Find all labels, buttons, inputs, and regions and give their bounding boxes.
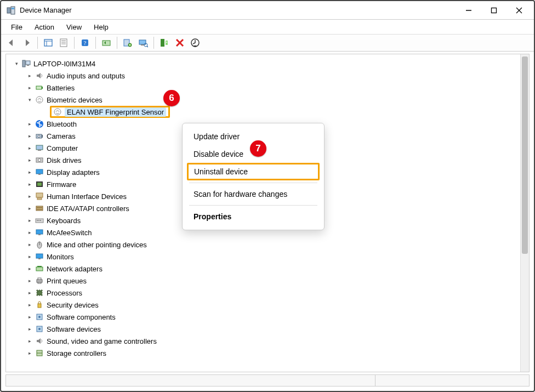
expand-icon[interactable]: ▸ (26, 253, 33, 260)
svg-rect-43 (38, 174, 41, 175)
bluetooth-icon (35, 119, 44, 129)
svg-rect-7 (44, 39, 52, 46)
tree-category[interactable]: ▸ Monitors (10, 251, 520, 263)
tree-root[interactable]: ▾ LAPTOP-I0IM31M4 (10, 58, 520, 70)
fingerprint-icon (35, 95, 44, 105)
update-driver-button[interactable] (99, 36, 113, 50)
toolbar-separator (117, 37, 117, 49)
disable-device-button[interactable] (188, 36, 202, 50)
software-icon (35, 312, 44, 322)
tree-device[interactable]: ELAN WBF Fingerprint Sensor (10, 106, 520, 118)
tree-category-label: Biometric devices (47, 96, 103, 104)
expand-icon[interactable]: ▸ (26, 265, 33, 272)
tree-category[interactable]: ▸ Network adapters (10, 263, 520, 275)
expand-icon[interactable]: ▸ (26, 217, 33, 224)
context-uninstall-device[interactable]: Uninstall device (187, 163, 320, 180)
expand-icon[interactable]: ▸ (26, 168, 33, 176)
context-menu: Update driver Disable device Uninstall d… (182, 123, 325, 230)
tree-category-label: Storage controllers (47, 349, 106, 357)
scan-hardware-button[interactable] (121, 36, 135, 50)
tree-category[interactable]: ▸ Security devices (10, 299, 520, 311)
expand-icon[interactable]: ▸ (26, 72, 33, 79)
tree-category[interactable]: ▾ Biometric devices (10, 94, 520, 106)
expand-icon[interactable]: ▸ (26, 144, 33, 152)
uninstall-device-button[interactable] (173, 36, 187, 50)
back-button[interactable] (4, 36, 19, 50)
hid-icon (35, 191, 44, 201)
expand-icon[interactable]: ▸ (26, 325, 33, 333)
add-legacy-hardware-button[interactable] (157, 36, 172, 50)
tree-category[interactable]: ▸ Batteries (10, 82, 520, 94)
computer-icon (21, 59, 31, 69)
mouse-icon (35, 240, 44, 249)
forward-button[interactable] (20, 36, 34, 50)
status-cell (375, 375, 529, 386)
expand-icon[interactable]: ▾ (13, 60, 20, 67)
expand-icon[interactable]: ▸ (26, 132, 33, 140)
expand-icon[interactable]: ▸ (26, 277, 33, 285)
context-properties[interactable]: Properties (183, 208, 324, 225)
menu-help[interactable]: Help (88, 21, 114, 33)
expand-icon[interactable]: ▸ (26, 313, 33, 321)
context-scan-hardware[interactable]: Scan for hardware changes (183, 185, 324, 203)
show-all-button[interactable] (41, 36, 55, 50)
tree-category-label: Print queues (47, 277, 87, 285)
tree-category-label: Security devices (47, 301, 99, 309)
tree-category-label: IDE ATA/ATAPI controllers (47, 204, 129, 213)
expand-icon[interactable]: ▸ (26, 349, 33, 357)
scrollbar-thumb[interactable] (522, 56, 528, 254)
tree-category-label: Display adapters (47, 168, 100, 177)
fingerprint-icon (53, 107, 62, 117)
tree-category-label: Bluetooth (47, 120, 77, 128)
tree-category[interactable]: ▸ Sound, video and game controllers (10, 335, 520, 347)
context-separator (189, 205, 317, 206)
expand-icon[interactable]: ▸ (26, 301, 33, 309)
tree-category[interactable]: ▸ Software components (10, 311, 520, 323)
toolbar-separator (153, 37, 154, 49)
scan-changes-button[interactable] (136, 36, 150, 50)
toolbar: ? (1, 34, 534, 52)
titlebar: Device Manager (1, 1, 534, 20)
tree-category-label: Batteries (47, 84, 75, 92)
status-cell (6, 375, 375, 386)
menu-file[interactable]: File (5, 21, 28, 33)
svg-rect-49 (37, 207, 42, 208)
expand-icon[interactable]: ▸ (26, 241, 33, 248)
tree-category[interactable]: ▸ Processors (10, 287, 520, 299)
svg-rect-48 (36, 206, 43, 211)
tree-category-label: Mice and other pointing devices (47, 241, 147, 249)
tree-category[interactable]: ▸ Software devices (10, 323, 520, 335)
expand-icon[interactable]: ▸ (26, 337, 33, 345)
display-icon (35, 228, 44, 237)
menu-view[interactable]: View (61, 21, 87, 33)
expand-icon[interactable]: ▸ (26, 180, 33, 188)
svg-rect-65 (37, 291, 42, 295)
tree-category[interactable]: ▸ Audio inputs and outputs (10, 70, 520, 82)
tree-category[interactable]: ▸ Mice and other pointing devices (10, 238, 520, 251)
svg-point-36 (38, 135, 40, 138)
svg-rect-60 (38, 258, 41, 259)
expand-icon[interactable]: ▸ (26, 156, 33, 164)
keyboard-icon (35, 215, 44, 225)
maximize-button[interactable] (481, 2, 506, 19)
expand-icon[interactable]: ▸ (26, 84, 33, 92)
tree-category[interactable]: ▸ Print queues (10, 275, 520, 287)
collapse-icon[interactable]: ▾ (26, 96, 33, 104)
expand-icon[interactable]: ▸ (26, 192, 33, 200)
help-button[interactable]: ? (78, 36, 92, 50)
close-button[interactable] (506, 2, 532, 19)
expand-icon[interactable]: ▸ (26, 204, 33, 212)
svg-point-32 (36, 96, 43, 103)
svg-rect-52 (37, 220, 38, 221)
vertical-scrollbar[interactable] (520, 54, 529, 372)
computer-icon (35, 143, 44, 153)
expand-icon[interactable]: ▸ (26, 120, 33, 128)
expand-icon[interactable]: ▸ (26, 229, 33, 236)
cpu-icon (35, 288, 44, 298)
minimize-button[interactable] (456, 2, 481, 19)
display-icon (35, 167, 44, 177)
tree-category[interactable]: ▸ Storage controllers (10, 347, 520, 359)
menu-action[interactable]: Action (29, 21, 60, 33)
expand-icon[interactable]: ▸ (26, 289, 33, 297)
properties-button[interactable] (56, 36, 71, 50)
